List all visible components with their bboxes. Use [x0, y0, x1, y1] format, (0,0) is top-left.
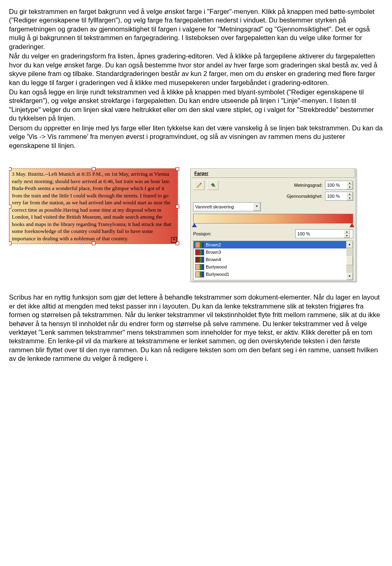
position-label: Posisjon:	[193, 231, 212, 237]
paragraph-5: Scribus har en nyttig funksjon som gjør …	[9, 293, 383, 363]
paragraph-1: Du gir tekstrammen en farget bakgrunn ve…	[9, 7, 383, 51]
gradient-stop-left[interactable]	[192, 223, 197, 227]
color-list[interactable]: Brown2Brown3Brown4BurlywoodBurlywood1 ▲ …	[193, 241, 353, 280]
spin-up-icon[interactable]: ▲	[344, 230, 350, 234]
svg-point-0	[214, 186, 216, 187]
color-list-scrollbar[interactable]: ▲ ▼	[346, 241, 353, 280]
text-frame-example[interactable]: 3 May. Bistritz.--Left Munich at 8:35 P.…	[9, 168, 178, 244]
gradient-stop-right[interactable]	[350, 223, 354, 227]
chevron-down-icon[interactable]: ▼	[253, 203, 261, 211]
color-name: Burlywood1	[206, 271, 229, 277]
color-swatch	[195, 249, 204, 255]
spin-down-icon[interactable]: ▼	[347, 185, 353, 189]
color-swatch	[195, 242, 204, 248]
position-spinner[interactable]: ▲▼	[295, 229, 353, 238]
saturation-label: Metningsgrad:	[294, 182, 323, 188]
position-value[interactable]	[296, 230, 344, 237]
scroll-down-icon[interactable]: ▼	[346, 273, 353, 280]
opacity-label: Gjennomsiktighet:	[287, 193, 323, 199]
paragraph-2: Når du velger en graderingsform fra list…	[9, 52, 383, 87]
saturation-value[interactable]	[325, 181, 347, 189]
gradient-type-dropdown[interactable]: Vannrett skravering ▼	[193, 202, 261, 211]
color-list-item[interactable]: Brown4	[194, 256, 346, 263]
gradient-editor[interactable]	[193, 214, 353, 224]
panel-title[interactable]: Farger	[192, 169, 355, 178]
color-list-item[interactable]: Brown2	[194, 241, 346, 248]
color-name: Burlywood	[206, 264, 227, 270]
bucket-icon	[210, 182, 216, 189]
spin-up-icon[interactable]: ▲	[347, 181, 353, 185]
opacity-value[interactable]	[325, 192, 347, 200]
paragraph-3: Du kan også legge en linje rundt tekstra…	[9, 88, 383, 123]
stroke-color-button[interactable]	[193, 180, 205, 190]
scroll-up-icon[interactable]: ▲	[346, 241, 353, 248]
color-swatch	[195, 271, 204, 277]
figure-row: 3 May. Bistritz.--Left Munich at 8:35 P.…	[9, 168, 383, 282]
overflow-icon: ✕	[171, 237, 177, 243]
paragraph-4: Dersom du oppretter en linje med lys far…	[9, 124, 383, 150]
color-swatch	[195, 264, 204, 270]
color-list-item[interactable]: Burlywood	[194, 263, 346, 271]
color-list-item[interactable]: Burlywood1	[194, 271, 346, 278]
saturation-spinner[interactable]: ▲▼	[325, 181, 353, 190]
spin-down-icon[interactable]: ▼	[347, 196, 353, 200]
text-frame-content: 3 May. Bistritz.--Left Munich at 8:35 P.…	[12, 171, 172, 242]
gradient-type-value: Vannrett skravering	[194, 204, 253, 210]
spin-up-icon[interactable]: ▲	[347, 192, 353, 196]
colors-panel: Farger Metningsgrad: ▲▼ Gjennomsiktighet	[190, 168, 356, 282]
color-list-item[interactable]: Brown3	[194, 248, 346, 256]
color-name: Brown3	[206, 249, 221, 255]
color-name: Brown4	[206, 257, 221, 262]
pencil-icon	[196, 182, 202, 189]
opacity-spinner[interactable]: ▲▼	[325, 192, 353, 201]
spin-down-icon[interactable]: ▼	[344, 234, 350, 238]
color-name: Brown2	[206, 242, 221, 248]
color-swatch	[195, 257, 204, 263]
fill-color-button[interactable]	[207, 180, 218, 190]
scroll-thumb[interactable]	[346, 256, 353, 265]
